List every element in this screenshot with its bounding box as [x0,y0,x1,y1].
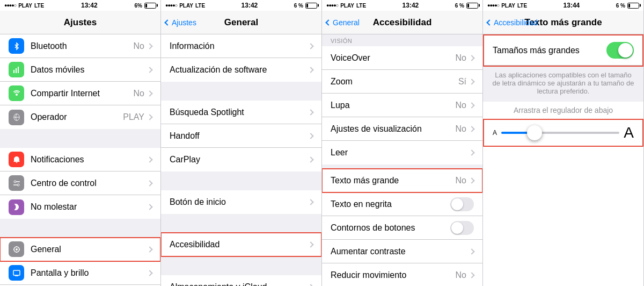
bluetooth-item[interactable]: Bluetooth No [0,34,160,58]
font-size-slider[interactable] [501,132,619,134]
storage-icloud-label: Almacenamiento y iCloud [170,282,309,287]
general-item[interactable]: General [0,238,160,261]
separator-g2 [161,171,321,190]
battery-icon-3 [466,3,478,9]
hotspot-item[interactable]: Compartir Internet No [0,82,160,105]
control-center-label: Centro de control [31,178,148,188]
tamanos-toggle[interactable] [606,42,634,59]
accessibility-item[interactable]: Accesibilidad [161,233,321,256]
status-bar-2: ●●●●○ PLAY LTE 13:42 6 % [161,0,321,11]
carrier-4: PLAY [501,3,515,9]
accessibility-label: Accesibilidad [170,240,309,249]
back-to-general[interactable]: General [326,18,360,27]
general-group-3: Botón de inicio [161,190,321,214]
leer-item[interactable]: Leer [322,141,482,165]
status-left-1: ●●●●○ PLAY LTE [4,3,44,9]
hotspot-icon [9,85,24,101]
software-update-item[interactable]: Actualización de software [161,58,321,82]
battery-pct-2: 6 % [294,3,303,9]
cellular-item[interactable]: Datos móviles [0,58,160,82]
carrier-item[interactable]: Operador PLAY [0,105,160,129]
back-to-ajustes[interactable]: Ajustes [165,18,196,27]
status-bar-3: ●●●●○ PLAY LTE 13:42 6 % [322,0,482,11]
notifications-icon [9,152,24,167]
vision-header: VISIÓN [322,34,482,46]
software-update-chevron [308,67,313,73]
time-1: 13:42 [81,2,98,9]
back-label-3: General [333,18,360,27]
carrier-3: PLAY [340,3,354,9]
general-icon [9,241,24,257]
magnifier-value: No [456,101,466,110]
leer-label: Leer [331,148,470,158]
carrier-label: Operador [31,112,123,122]
status-bar-1: ●●●●○ PLAY LTE 13:42 6% [0,0,160,11]
cellular-chevron [147,67,152,73]
nav-header-3: General Accesibilidad [322,11,482,34]
battery-pct-4: 6 % [616,3,625,9]
svg-rect-15 [13,270,20,275]
contrast-chevron [469,248,474,254]
vision-group: VoiceOver No Zoom Sí Lupa No Ajustes de … [322,46,482,165]
svg-rect-2 [18,67,19,73]
svg-point-3 [16,94,18,96]
storage-icloud-item[interactable]: Almacenamiento y iCloud [161,275,321,286]
display-settings-item[interactable]: Ajustes de visualización No [322,117,482,141]
handoff-item[interactable]: Handoff [161,124,321,148]
larger-text-item[interactable]: Texto más grande No [322,169,482,192]
reduce-motion-item[interactable]: Reducir movimiento No [322,263,482,286]
zoom-item[interactable]: Zoom Sí [322,70,482,94]
display-chevron [147,270,152,276]
do-not-disturb-chevron [147,204,152,210]
display-settings-chevron [469,126,474,132]
time-3: 13:42 [402,2,419,9]
display-settings-label: Ajustes de visualización [331,124,456,134]
magnifier-item[interactable]: Lupa No [322,94,482,117]
general-chevron [147,246,152,252]
control-center-icon [9,175,24,191]
general-label: General [31,245,148,254]
info-chevron [308,43,313,49]
back-to-accessibility[interactable]: Accesibilidad [487,18,538,27]
status-right-1: 6% [135,3,156,9]
control-center-item[interactable]: Centro de control [0,171,160,195]
larger-text-label: Texto más grande [331,176,456,185]
display-item[interactable]: Pantalla y brillo [0,261,160,285]
carplay-chevron [308,156,313,162]
contrast-item[interactable]: Aumentar contraste [322,240,482,263]
voiceover-item[interactable]: VoiceOver No [322,46,482,70]
general-group-1: Información Actualización de software [161,34,321,82]
button-shapes-item[interactable]: Contornos de botones [322,216,482,240]
spotlight-chevron [308,109,313,115]
status-bar-4: ●●●●○ PLAY LTE 13:44 6 % [483,0,643,11]
bold-text-toggle[interactable] [450,197,474,211]
nav-header-1: Ajustes [0,11,160,34]
notifications-item[interactable]: Notificaciones [0,148,160,171]
general-group-4: Accesibilidad [161,233,321,256]
bluetooth-value: No [134,41,144,51]
back-label-4: Accesibilidad [494,18,538,27]
battery-icon-4 [627,3,639,9]
nav-title-1: Ajustes [64,17,97,28]
do-not-disturb-item[interactable]: No molestar [0,195,160,219]
spotlight-item[interactable]: Búsqueda Spotlight [161,101,321,124]
time-4: 13:44 [564,2,580,9]
hotspot-label: Compartir Internet [31,89,134,98]
back-chevron-4 [486,19,492,25]
do-not-disturb-icon [9,199,24,215]
home-button-label: Botón de inicio [170,197,309,207]
bold-text-item[interactable]: Texto en negrita [322,192,482,216]
magnifier-chevron [469,102,474,108]
settings-list-1: Bluetooth No Datos móviles [0,34,160,286]
button-shapes-toggle[interactable] [450,221,474,235]
carplay-item[interactable]: CarPlay [161,148,321,171]
svg-point-5 [14,181,16,183]
bluetooth-label: Bluetooth [31,41,134,51]
display-label: Pantalla y brillo [31,268,148,278]
info-item[interactable]: Información [161,34,321,58]
battery-pct-1: 6% [135,3,142,9]
separator-g1 [161,82,321,101]
tamanos-toggle-knob [618,43,633,58]
accessibility-chevron [308,241,313,247]
home-button-item[interactable]: Botón de inicio [161,190,321,214]
